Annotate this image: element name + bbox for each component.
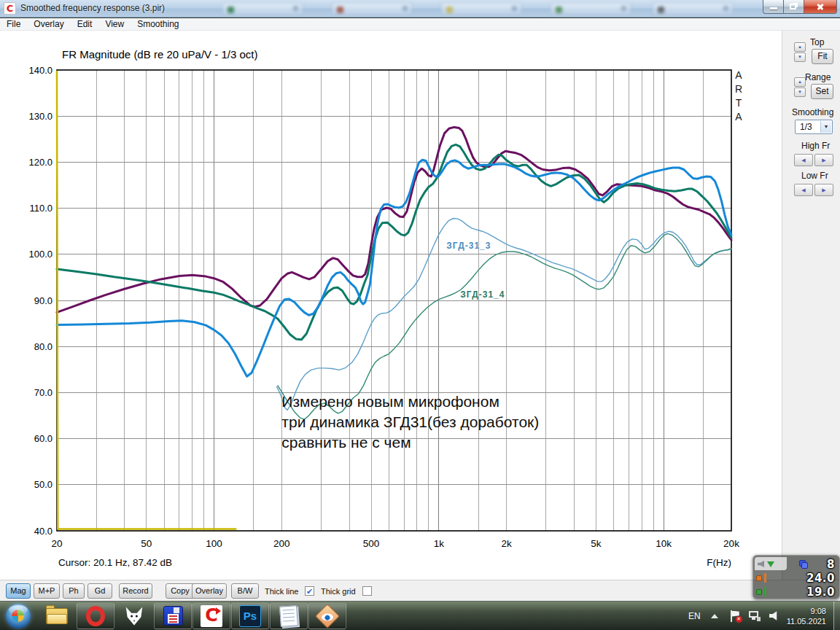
fr-magnitude-chart[interactable]: 140.0130.0120.0110.0100.090.080.070.060.… bbox=[0, 31, 782, 580]
arta-app-icon[interactable]: C bbox=[4, 2, 16, 15]
arta-icon: C bbox=[201, 605, 222, 627]
toolbar-button-ph[interactable]: Ph bbox=[63, 583, 85, 599]
toolbar-button-mag[interactable]: Mag bbox=[6, 583, 31, 599]
title-bar[interactable]: C Smoothed frequency response (3.pir) bbox=[0, 0, 840, 18]
smoothing-label: Smoothing bbox=[792, 107, 833, 117]
y-axis-tick-label: 80.0 bbox=[34, 341, 52, 352]
taskbar-item-faststone[interactable] bbox=[308, 603, 346, 629]
bottom-toolbar: Thick line ✔ Thick grid MagM+PPhGdRecord… bbox=[0, 580, 840, 601]
x-axis-unit-label: F(Hz) bbox=[707, 557, 731, 568]
taskbar-item-opera[interactable] bbox=[77, 603, 114, 629]
y-axis-tick-label: 120.0 bbox=[28, 157, 52, 168]
thick-grid-label: Thick grid bbox=[321, 587, 356, 596]
high-fr-label: High Fr bbox=[801, 141, 830, 151]
faststone-eye-icon bbox=[315, 604, 340, 629]
pages-icon bbox=[799, 560, 808, 569]
annotation-text: сравнить не с чем bbox=[281, 434, 411, 451]
curve-blue bbox=[57, 160, 731, 376]
window-title: Smoothed frequency response (3.pir) bbox=[20, 3, 165, 13]
range-spinner[interactable]: ▲▼ bbox=[794, 77, 806, 96]
low-fr-left-button[interactable]: ◀ bbox=[794, 184, 813, 196]
photoshop-icon: Ps bbox=[239, 605, 261, 627]
taskbar-item-arta[interactable]: C bbox=[192, 603, 230, 629]
curve-purple bbox=[57, 127, 731, 312]
minimize-button[interactable] bbox=[763, 0, 784, 14]
arta-vertical-logo: A bbox=[735, 69, 742, 81]
menu-item-edit[interactable]: Edit bbox=[71, 19, 99, 29]
hidden-icons-arrow[interactable] bbox=[711, 614, 718, 618]
thick-grid-checkbox[interactable] bbox=[362, 586, 372, 596]
toolbar-button-overlay[interactable]: Overlay bbox=[192, 583, 227, 599]
arta-vertical-logo: T bbox=[736, 97, 742, 109]
annotation-text: Измерено новым микрофоном bbox=[281, 393, 499, 410]
action-center-flag-icon[interactable]: ✕ bbox=[730, 610, 740, 622]
hardware-monitor-gadget[interactable]: 8 24.0 19.0 bbox=[752, 555, 840, 599]
taskbar-item-save[interactable] bbox=[154, 603, 192, 629]
menu-item-overlay[interactable]: Overlay bbox=[27, 19, 70, 29]
screen: C Smoothed frequency response (3.pir) Fi… bbox=[0, 0, 840, 630]
y-axis-tick-label: 50.0 bbox=[34, 479, 52, 490]
y-axis-tick-label: 40.0 bbox=[34, 526, 52, 537]
fit-button[interactable]: Fit bbox=[812, 49, 833, 64]
taskbar-item-explorer[interactable] bbox=[38, 603, 76, 629]
high-fr-left-button[interactable]: ◀ bbox=[794, 154, 813, 166]
menu-item-view[interactable]: View bbox=[98, 19, 131, 29]
menu-bar: FileOverlayEditViewSmoothing bbox=[0, 18, 840, 31]
toolbar-button-gd[interactable]: Gd bbox=[88, 583, 112, 599]
cursor-readout: Cursor: 20.1 Hz, 87.42 dB bbox=[58, 557, 172, 568]
toolbar-button-record[interactable]: Record bbox=[119, 583, 152, 599]
taskbar-item-foobar2000[interactable] bbox=[115, 603, 153, 629]
y-axis-tick-label: 60.0 bbox=[34, 433, 52, 444]
top-spinner[interactable]: ▲▼ bbox=[794, 42, 806, 61]
curve-teal bbox=[57, 144, 731, 339]
arta-vertical-logo: A bbox=[735, 111, 742, 122]
x-axis-tick-label: 20k bbox=[723, 538, 739, 549]
y-axis-tick-label: 100.0 bbox=[28, 249, 52, 260]
taskbar: C Ps EN ✕ 9:08 11.05.2021 bbox=[0, 601, 840, 630]
foobar-fox-icon bbox=[123, 605, 145, 627]
explorer-icon bbox=[46, 608, 68, 624]
low-fr-right-button[interactable]: ▶ bbox=[814, 184, 833, 196]
volume-icon bbox=[758, 561, 764, 567]
toolbar-button-m-p[interactable]: M+P bbox=[34, 583, 60, 599]
show-desktop-button[interactable] bbox=[833, 602, 840, 630]
x-axis-tick-label: 100 bbox=[206, 538, 222, 549]
toolbar-button-b-w[interactable]: B/W bbox=[231, 583, 259, 599]
y-axis-tick-label: 140.0 bbox=[28, 65, 52, 76]
clock[interactable]: 9:08 11.05.2021 bbox=[787, 606, 826, 626]
menu-item-smoothing[interactable]: Smoothing bbox=[131, 19, 185, 29]
start-button[interactable] bbox=[6, 604, 31, 629]
x-axis-tick-label: 20 bbox=[51, 538, 62, 549]
close-button[interactable] bbox=[804, 0, 837, 14]
notepad-icon bbox=[279, 605, 298, 627]
clock-date: 11.05.2021 bbox=[787, 616, 826, 626]
taskbar-item-photoshop[interactable]: Ps bbox=[231, 603, 269, 629]
x-axis-tick-label: 200 bbox=[273, 538, 290, 549]
x-axis-tick-label: 2k bbox=[502, 538, 513, 549]
x-axis-tick-label: 50 bbox=[141, 538, 152, 549]
restore-button[interactable] bbox=[784, 0, 804, 14]
menu-item-file[interactable]: File bbox=[0, 19, 27, 29]
language-indicator[interactable]: EN bbox=[688, 611, 701, 621]
speaker-icon[interactable] bbox=[769, 611, 779, 621]
chart-client-area[interactable]: 140.0130.0120.0110.0100.090.080.070.060.… bbox=[0, 31, 840, 580]
floppy-disk-icon bbox=[163, 606, 183, 626]
high-fr-right-button[interactable]: ▶ bbox=[814, 154, 833, 166]
system-tray: EN ✕ 9:08 11.05.2021 bbox=[688, 602, 840, 630]
green-meter-icon bbox=[756, 587, 766, 596]
toolbar-button-copy[interactable]: Copy bbox=[166, 583, 195, 599]
set-button[interactable]: Set bbox=[811, 84, 833, 99]
taskbar-item-notepad[interactable] bbox=[270, 603, 308, 629]
y-axis-tick-label: 90.0 bbox=[34, 295, 52, 306]
thick-line-checkbox[interactable]: ✔ bbox=[305, 586, 314, 596]
orange-meter-icon bbox=[756, 573, 766, 583]
gadget-value: 8 bbox=[827, 558, 835, 571]
x-axis-tick-label: 10k bbox=[656, 538, 672, 549]
network-icon[interactable] bbox=[749, 611, 761, 621]
gadget-value: 19.0 bbox=[806, 586, 835, 599]
smoothing-dropdown[interactable]: 1/3 ▼ bbox=[795, 120, 833, 134]
smoothing-value: 1/3 bbox=[800, 122, 812, 132]
low-fr-label: Low Fr bbox=[801, 171, 828, 181]
x-axis-tick-label: 500 bbox=[363, 538, 380, 549]
chart-title: FR Magnitude (dB re 20 uPa/V - 1/3 oct) bbox=[62, 48, 257, 61]
